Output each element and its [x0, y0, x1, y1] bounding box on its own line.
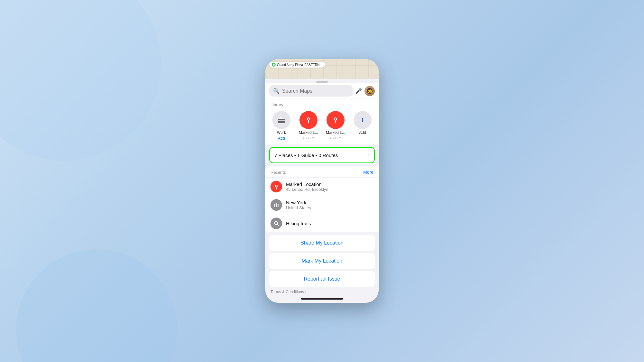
marked1-icon-circle — [299, 111, 317, 129]
mark-location-button[interactable]: Mark My Location — [269, 253, 375, 269]
map-label-text: Grand Army Plaza — [277, 63, 303, 67]
marked1-distance: 3,333 mi — [302, 136, 315, 140]
marked-location-info: Marked Location 45 Lenox Rd, Brooklyn — [286, 181, 374, 192]
city-icon — [273, 201, 280, 209]
new-york-icon — [270, 199, 282, 211]
new-york-info: New York United States — [286, 200, 374, 210]
library-item-marked1[interactable]: Marked L... 3,333 mi — [298, 111, 319, 140]
location-dot — [272, 63, 276, 67]
marked-location-sub: 45 Lenox Rd, Brooklyn — [286, 187, 374, 192]
share-location-button[interactable]: Share My Location — [269, 235, 375, 251]
marked2-icon-circle — [327, 111, 345, 129]
phone-frame: Grand Army Plaza EASTERN... 🔍 🎤 🧔 Librar… — [265, 59, 379, 303]
pin-icon-2 — [331, 116, 340, 125]
more-link[interactable]: More — [363, 170, 374, 175]
home-indicator — [301, 298, 343, 300]
recent-item-new-york[interactable]: New York United States — [265, 196, 379, 214]
new-york-name: New York — [286, 200, 374, 205]
places-summary-box[interactable]: 7 Places • 1 Guide • 0 Routes › — [269, 147, 375, 163]
marked-location-icon — [270, 181, 282, 192]
svg-rect-0 — [278, 119, 285, 123]
new-york-sub: United States — [286, 205, 374, 210]
avatar-image: 🧔 — [365, 86, 375, 96]
recents-section: Recents More Marked Location 45 Lenox Rd… — [265, 166, 379, 232]
marked2-distance: 3,333 mi — [329, 136, 342, 140]
library-item-marked2[interactable]: Marked L... 3,333 mi — [325, 111, 346, 140]
marked-location-name: Marked Location — [286, 181, 374, 187]
svg-line-13 — [277, 224, 279, 226]
marked1-label: Marked L... — [299, 130, 318, 135]
svg-point-5 — [335, 118, 336, 120]
work-icon-circle — [272, 111, 290, 129]
library-item-work[interactable]: Work Add — [270, 111, 292, 141]
places-summary-text: 7 Places • 1 Guide • 0 Routes — [274, 153, 338, 158]
hiking-icon — [270, 218, 282, 229]
library-section: Library Work Add — [265, 98, 379, 144]
avatar[interactable]: 🧔 — [365, 86, 375, 96]
briefcase-icon — [277, 116, 286, 125]
search-input[interactable] — [282, 88, 349, 94]
terms-chevron-icon: › — [305, 290, 306, 294]
hiking-name: Hiking trails — [286, 221, 374, 226]
svg-point-3 — [308, 118, 309, 120]
library-item-add[interactable]: + Add — [352, 111, 374, 135]
terms-text[interactable]: Terms & Conditions — [270, 290, 304, 294]
work-add-label: Add — [278, 136, 285, 141]
places-chevron-icon: › — [368, 152, 370, 158]
microphone-icon[interactable]: 🎤 — [355, 88, 362, 94]
recent-item-hiking[interactable]: Hiking trails — [265, 214, 379, 232]
search-bar-container: 🔍 🎤 🧔 — [265, 83, 379, 98]
recents-title: Recents — [270, 170, 286, 175]
search-recent-icon — [273, 220, 280, 227]
svg-rect-11 — [274, 207, 279, 207]
work-label: Work — [277, 130, 286, 135]
action-buttons: Share My Location Mark My Location Repor… — [269, 235, 375, 287]
pin-icon-1 — [304, 116, 313, 125]
svg-rect-9 — [276, 203, 277, 207]
svg-point-7 — [276, 185, 277, 187]
map-preview: Grand Army Plaza EASTERN... — [265, 59, 379, 79]
pin-recent-icon — [273, 183, 280, 190]
search-icon: 🔍 — [273, 88, 279, 94]
recent-item-marked-location[interactable]: Marked Location 45 Lenox Rd, Brooklyn — [265, 177, 379, 196]
svg-rect-10 — [278, 204, 279, 207]
map-label-text2: EASTERN... — [304, 63, 322, 67]
add-icon-circle: + — [354, 111, 372, 129]
library-title: Library — [270, 102, 374, 107]
hiking-info: Hiking trails — [286, 221, 374, 226]
recents-header: Recents More — [265, 166, 379, 177]
svg-rect-8 — [274, 204, 275, 207]
library-icons: Work Add Marked L... 3,333 mi — [270, 111, 374, 141]
add-label: Add — [359, 130, 366, 135]
search-bar[interactable]: 🔍 — [269, 85, 353, 97]
map-location-label: Grand Army Plaza EASTERN... — [269, 62, 325, 68]
report-issue-button[interactable]: Report an Issue — [269, 271, 375, 287]
terms-container: Terms & Conditions › — [265, 287, 379, 295]
marked2-label: Marked L... — [326, 130, 345, 135]
